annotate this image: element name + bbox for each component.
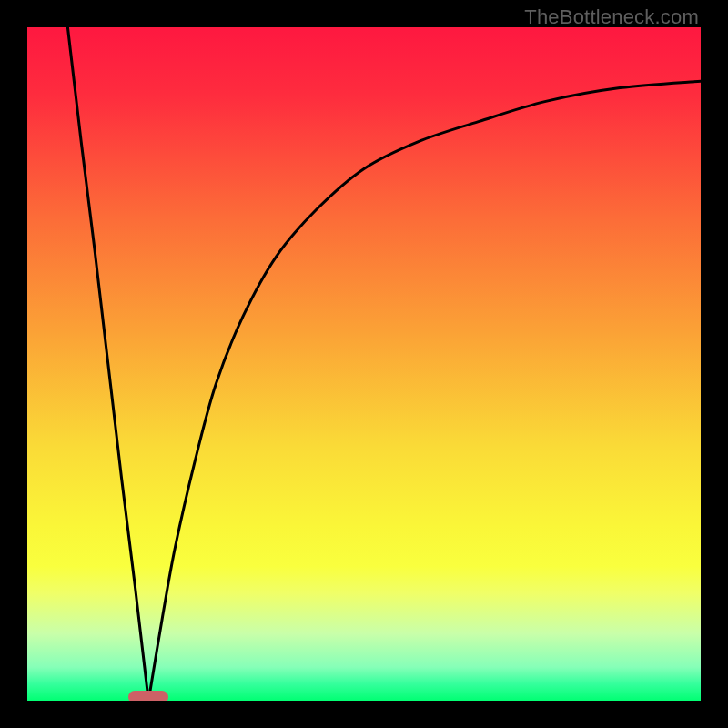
optimal-range-marker — [128, 691, 168, 701]
attribution-text: TheBottleneck.com — [524, 5, 699, 29]
curve-left-branch — [67, 27, 148, 701]
chart-frame: TheBottleneck.com — [0, 0, 728, 728]
bottleneck-curve — [27, 27, 701, 701]
curve-right-branch — [148, 81, 701, 701]
plot-area — [27, 27, 701, 701]
